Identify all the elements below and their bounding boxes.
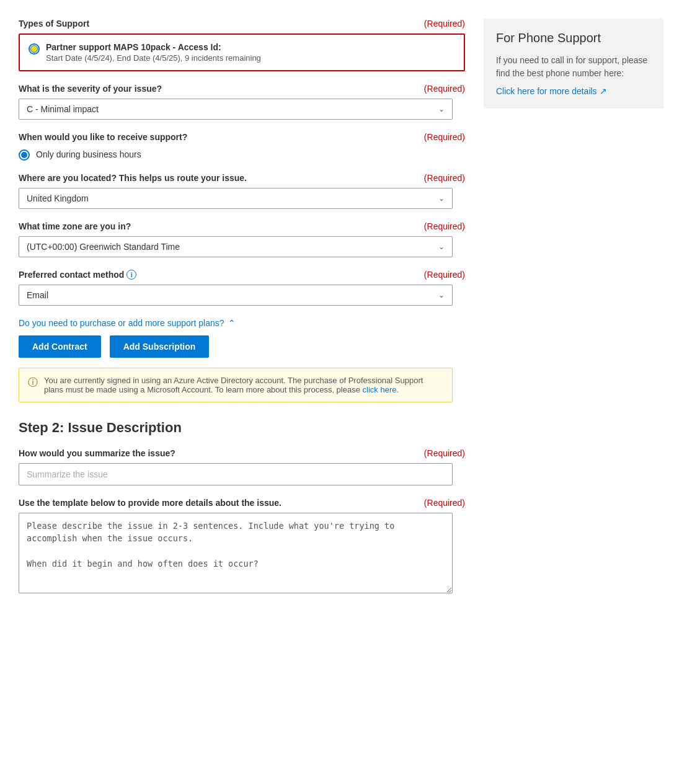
contact-method-info-icon[interactable]: i [126,270,136,280]
info-box-text: You are currently signed in using an Azu… [44,376,443,394]
severity-required: (Required) [424,84,465,94]
phone-support-sidebar: For Phone Support If you need to call in… [484,19,663,108]
severity-dropdown[interactable]: C - Minimal impact ⌄ [19,99,453,120]
timezone-label: What time zone are you in? [19,221,131,231]
expand-support-plans-label: Do you need to purchase or add more supp… [19,318,224,328]
support-timing-label: When would you like to receive support? [19,132,187,142]
support-timing-required: (Required) [424,132,465,142]
add-subscription-button[interactable]: Add Subscription [110,335,210,358]
summarize-label: How would you summarize the issue? [19,448,175,458]
expand-support-plans-link[interactable]: Do you need to purchase or add more supp… [19,318,236,328]
contact-method-required: (Required) [424,270,465,280]
contact-method-label: Preferred contact method [19,270,124,280]
location-label: Where are you located? This helps us rou… [19,173,247,183]
step2-heading: Step 2: Issue Description [19,420,465,436]
details-required: (Required) [424,498,465,508]
info-box-icon: ⓘ [28,376,38,389]
support-type-title: Partner support MAPS 10pack - Access Id: [46,42,221,52]
sidebar-text: If you need to call in for support, plea… [496,54,651,80]
support-timing-radio[interactable] [19,149,30,161]
types-of-support-label: Types of Support [19,19,89,29]
support-type-subtitle: Start Date (4/5/24), End Date (4/5/25), … [46,53,261,63]
info-box: ⓘ You are currently signed in using an A… [19,368,453,402]
location-value: United Kingdom [27,193,89,203]
support-type-option[interactable]: Partner support MAPS 10pack - Access Id:… [19,33,465,71]
add-contract-button[interactable]: Add Contract [19,335,101,358]
support-type-text: Partner support MAPS 10pack - Access Id:… [46,42,261,63]
external-link-icon: ↗ [600,86,607,96]
contact-method-value: Email [27,290,48,300]
contact-method-dropdown[interactable]: Email ⌄ [19,285,453,306]
timezone-value: (UTC+00:00) Greenwich Standard Time [27,242,180,252]
location-chevron-icon: ⌄ [438,194,445,203]
summarize-required: (Required) [424,448,465,458]
types-of-support-required: (Required) [424,19,465,29]
timezone-dropdown[interactable]: (UTC+00:00) Greenwich Standard Time ⌄ [19,236,453,257]
sidebar-phone-link[interactable]: Click here for more details ↗ [496,86,607,96]
support-type-radio[interactable] [29,43,40,55]
timezone-chevron-icon: ⌄ [438,242,445,251]
contact-method-chevron-icon: ⌄ [438,291,445,299]
severity-chevron-icon: ⌄ [438,105,445,113]
location-required: (Required) [424,173,465,183]
sidebar-link-text: Click here for more details [496,86,597,96]
location-dropdown[interactable]: United Kingdom ⌄ [19,188,453,209]
details-textarea[interactable]: Please describe the issue in 2-3 sentenc… [19,513,453,593]
details-label: Use the template below to provide more d… [19,498,281,508]
sidebar-title: For Phone Support [496,31,651,45]
expand-support-plans-section: Do you need to purchase or add more supp… [19,318,465,328]
support-plan-buttons: Add Contract Add Subscription [19,335,465,358]
collapse-icon: ⌃ [228,318,236,328]
info-box-link[interactable]: click here [363,385,397,394]
severity-value: C - Minimal impact [27,104,99,114]
support-timing-option[interactable]: Only during business hours [19,148,465,161]
summarize-input[interactable] [19,463,453,485]
severity-label: What is the severity of your issue? [19,84,162,94]
support-timing-option-label: Only during business hours [36,149,141,159]
timezone-required: (Required) [424,221,465,231]
